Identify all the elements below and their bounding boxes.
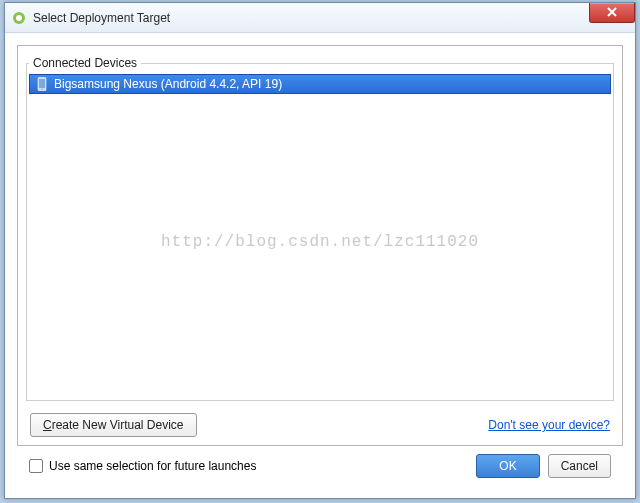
device-list[interactable]: Bigsamsung Nexus (Android 4.4.2, API 19)… xyxy=(29,74,611,398)
connected-devices-group: Connected Devices Bigsamsung Nexus (Andr… xyxy=(26,56,614,401)
device-label: Bigsamsung Nexus (Android 4.4.2, API 19) xyxy=(54,77,282,91)
ok-button[interactable]: OK xyxy=(476,454,539,478)
dialog-window: Select Deployment Target Connected Devic… xyxy=(4,2,636,499)
content-area: Connected Devices Bigsamsung Nexus (Andr… xyxy=(5,33,635,498)
device-row[interactable]: Bigsamsung Nexus (Android 4.4.2, API 19) xyxy=(29,74,611,94)
checkbox-label: Use same selection for future launches xyxy=(49,459,256,473)
panel-bottom-row: Create New Virtual Device Don't see your… xyxy=(20,407,620,439)
main-panel: Connected Devices Bigsamsung Nexus (Andr… xyxy=(17,45,623,446)
app-icon xyxy=(11,10,27,26)
remember-selection-checkbox[interactable]: Use same selection for future launches xyxy=(29,459,256,473)
cancel-button[interactable]: Cancel xyxy=(548,454,611,478)
svg-point-1 xyxy=(16,15,22,21)
close-icon xyxy=(607,6,617,20)
footer-row: Use same selection for future launches O… xyxy=(17,446,623,488)
svg-point-4 xyxy=(41,89,42,90)
phone-icon xyxy=(36,77,48,91)
close-button[interactable] xyxy=(589,3,635,23)
group-label: Connected Devices xyxy=(29,56,141,70)
watermark-text: http://blog.csdn.net/lzc111020 xyxy=(161,233,479,251)
help-link[interactable]: Don't see your device? xyxy=(488,418,610,432)
create-virtual-device-button[interactable]: Create New Virtual Device xyxy=(30,413,197,437)
titlebar: Select Deployment Target xyxy=(5,3,635,33)
svg-rect-3 xyxy=(39,79,45,88)
window-title: Select Deployment Target xyxy=(33,11,170,25)
dialog-buttons: OK Cancel xyxy=(476,454,611,478)
checkbox-box xyxy=(29,459,43,473)
